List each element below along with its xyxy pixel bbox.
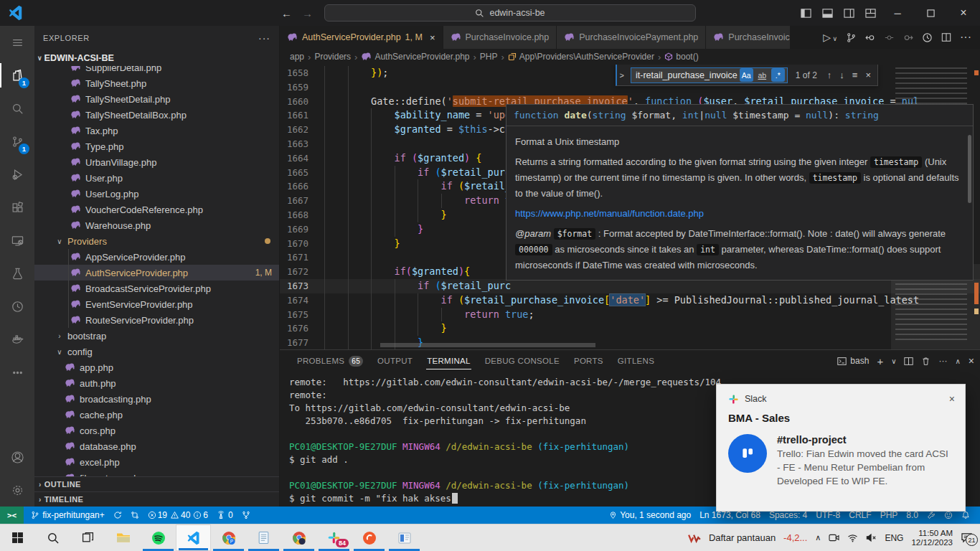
terminal-dropdown-icon[interactable]: ∨ [891,357,896,365]
taskbar-windows-app-icon[interactable] [387,524,422,551]
tree-file-filesystems-php[interactable]: filesystems.php [34,470,279,476]
panel-tab-terminal[interactable]: TERMINAL [420,350,478,372]
tree-file-routeserviceprovider-php[interactable]: RouteServiceProvider.php [34,312,279,328]
tree-file-cache-php[interactable]: cache.php [34,407,279,423]
activity-menu-icon[interactable] [0,26,34,59]
find-input[interactable]: it-retail_purchase_invoice Aa ab .* [631,67,788,83]
tree-file-database-php[interactable]: database.php [34,438,279,454]
activity-docker-icon[interactable] [0,323,34,356]
activity-remote-explorer-icon[interactable] [0,224,34,257]
tree-folder-bootstrap[interactable]: ›bootstrap [34,328,279,344]
taskbar-orange-app-icon[interactable] [352,524,387,551]
watchlist-label[interactable]: Daftar pantauan [709,532,776,543]
minimize-button[interactable]: ─ [881,0,914,26]
toggle-sidebar-icon[interactable] [795,0,816,26]
hover-scrollbar[interactable] [968,135,971,203]
tree-file-app-php[interactable]: app.php [34,359,279,375]
taskbar-spotify-icon[interactable] [141,524,176,551]
activity-source-control-icon[interactable]: 1 [0,125,34,158]
breadcrumb-item[interactable]: Providers [314,52,351,62]
volume-muted-icon[interactable] [866,533,877,542]
blame-item[interactable]: You, 1 second ago [605,507,695,524]
tree-file-appserviceprovider-php[interactable]: AppServiceProvider.php [34,249,279,265]
circle-icon[interactable] [885,33,894,42]
activity-run-debug-icon[interactable] [0,158,34,191]
split-terminal-icon[interactable] [904,357,913,366]
tree-file-warehouse-php[interactable]: Warehouse.php [34,217,279,233]
tree-file-type-php[interactable]: Type.php [34,138,279,154]
code-editor[interactable]: 1658});16591660Gate::define('submit-reta… [280,65,980,349]
timeline-icon[interactable] [922,32,933,43]
activity-history-icon[interactable] [0,290,34,323]
breadcrumb-item[interactable]: app [290,52,304,62]
toggle-panel-icon[interactable] [816,0,838,26]
taskbar-chrome-2-icon[interactable] [281,524,316,551]
explorer-more-icon[interactable]: ··· [258,32,270,44]
editor-tab[interactable]: AuthServiceProvider.php1, M× [280,26,443,49]
gitlens-compare-button[interactable] [126,507,143,524]
go-forward-icon[interactable] [903,32,913,43]
horizontal-scrollbar[interactable] [380,343,595,347]
find-in-selection-icon[interactable]: ≡ [850,70,860,80]
activity-search-icon[interactable] [0,92,34,125]
new-terminal-icon[interactable]: + [877,355,883,367]
gitlens-item[interactable] [237,507,255,524]
run-button[interactable]: ▷ ∨ [823,32,837,43]
tree-file-auth-php[interactable]: auth.php [34,375,279,391]
tree-file-eventserviceprovider-php[interactable]: EventServiceProvider.php [34,296,279,312]
tree-file-broadcasting-php[interactable]: broadcasting.php [34,391,279,407]
tree-file-supplierdetail-php[interactable]: SupplierDetail.php [34,66,279,75]
wifi-icon[interactable] [847,534,858,542]
activity-extensions-icon[interactable] [0,191,34,224]
sync-button[interactable] [109,507,126,524]
tree-file-user-php[interactable]: User.php [34,170,279,186]
panel-tab-gitlens[interactable]: GITLENS [611,350,661,372]
tree-file-tallysheet-php[interactable]: TallySheet.php [34,75,279,91]
breadcrumb-item[interactable]: PHP [480,52,498,62]
panel-tab-output[interactable]: OUTPUT [370,350,420,372]
clock[interactable]: 11:50 AM 12/12/2023 [911,529,953,547]
panel-tab-problems[interactable]: PROBLEMS65 [290,350,370,372]
editor-tab[interactable]: PurchaseInvoice.php [443,26,557,49]
tray-expand-icon[interactable]: ∧ [815,533,821,542]
tree-file-broadcastserviceprovider-php[interactable]: BroadcastServiceProvider.php [34,281,279,296]
toggle-secondary-sidebar-icon[interactable] [838,0,859,26]
language-indicator[interactable]: ENG [885,533,903,543]
slack-notification[interactable]: Slack × BMA - Sales #trello-project Trel… [716,384,966,512]
remote-indicator[interactable]: >< [0,507,24,524]
taskbar-chrome-profile-icon[interactable]: P [211,524,246,551]
activity-more-icon[interactable] [0,356,34,389]
activity-account-icon[interactable] [0,441,34,474]
tree-folder-providers[interactable]: ∨Providers [34,233,279,249]
close-button[interactable]: × [947,0,980,26]
panel-tab-ports[interactable]: PORTS [567,350,611,372]
panel-tab-debug-console[interactable]: DEBUG CONSOLE [478,350,567,372]
panel-more-icon[interactable]: ··· [938,356,947,366]
editor-more-icon[interactable]: ··· [960,31,971,44]
breadcrumb-item[interactable]: App\Providers\AuthServiceProvider [508,52,654,62]
breadcrumb-item[interactable]: boot() [664,52,698,62]
notification-close-icon[interactable]: × [949,393,955,405]
forward-arrow-icon[interactable]: → [302,7,313,19]
command-center-search[interactable]: edwin-acsi-be [324,4,696,22]
taskbar-windows-search-icon[interactable] [35,524,70,551]
back-arrow-icon[interactable]: ← [281,7,292,19]
tree-file-vouchercodereference-php[interactable]: VoucherCodeReference.php [34,202,279,217]
source-control-graph-icon[interactable] [846,32,857,43]
taskbar-vscode-icon[interactable] [176,524,211,551]
activity-explorer-icon[interactable]: 1 [0,59,34,92]
activity-settings-icon[interactable] [0,474,34,507]
tree-folder-config[interactable]: ∨config [34,344,279,359]
sidebar-section-outline[interactable]: ›OUTLINE [34,476,279,491]
tab-close-icon[interactable]: × [430,32,435,43]
split-editor-icon[interactable] [941,32,951,42]
breadcrumb-item[interactable]: AuthServiceProvider.php [361,51,469,62]
find-close-icon[interactable]: × [863,70,873,80]
taskbar-start-icon[interactable] [0,524,35,551]
regex-toggle[interactable]: .* [771,68,785,82]
tree-file-tax-php[interactable]: Tax.php [34,123,279,138]
tree-file-userlog-php[interactable]: UserLog.php [34,186,279,202]
watchlist-value[interactable]: -4,2... [783,532,807,543]
editor-tab[interactable]: PurchaseInvoicePayment.php [557,26,706,49]
tree-file-authserviceprovider-php[interactable]: AuthServiceProvider.php1, M [34,265,279,281]
